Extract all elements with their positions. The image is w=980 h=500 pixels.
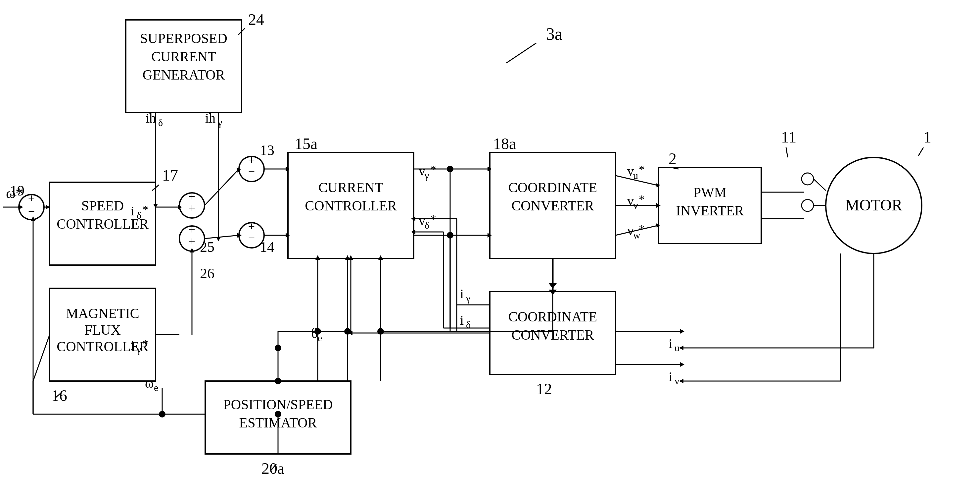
sc-label-1: SPEED [81, 198, 124, 213]
scg-label-2: CURRENT [151, 49, 216, 64]
svg-text:−: − [248, 231, 255, 244]
svg-text:+: + [189, 235, 195, 248]
v-v-star-label: v [627, 193, 634, 208]
omega-star-label: ω* [6, 185, 23, 201]
mfc-label-1: MAGNETIC [66, 306, 139, 321]
number-14: 14 [260, 239, 274, 255]
i-delta-star-subscript: δ [137, 210, 141, 220]
i-gamma-subscript: γ [466, 292, 470, 304]
number-17: 17 [162, 166, 178, 184]
i-u-label: i [668, 336, 672, 351]
motor-label: MOTOR [845, 196, 902, 214]
pwm-label-1: PWM [694, 185, 727, 200]
dot-cc-pse-1 [314, 328, 321, 335]
dot-pse-omegae [275, 411, 281, 417]
ih-delta-label: ih [146, 111, 156, 126]
sc-label-2: CONTROLLER [57, 216, 149, 232]
svg-text:+: + [189, 223, 195, 236]
cct-label-1: COORDINATE [508, 180, 597, 195]
scg-label-1: SUPERPOSED [140, 31, 228, 46]
number-16: 16 [51, 387, 67, 404]
v-u-star-label: v [627, 164, 634, 179]
mfc-label-3: CONTROLLER [57, 339, 149, 354]
cc-label-1: CURRENT [318, 180, 383, 195]
omega-e-label: ω [145, 376, 154, 391]
dot-theta-2 [275, 378, 281, 384]
motor-conn-top [802, 173, 813, 185]
reference-3a: 3a [546, 24, 562, 43]
svg-text:+: + [189, 190, 195, 203]
scg-label-3: GENERATOR [143, 67, 225, 83]
dot-cc-pse-3 [377, 328, 384, 335]
svg-text:*: * [142, 337, 148, 351]
svg-text:*: * [142, 203, 148, 216]
i-gamma-label: i [460, 286, 464, 301]
i-gamma-star-label: i [131, 338, 134, 353]
svg-line-6 [673, 168, 678, 169]
v-gamma-star-label: v [419, 164, 425, 179]
number-1: 1 [923, 128, 931, 146]
svg-text:*: * [430, 163, 436, 176]
i-delta-label: i [460, 313, 464, 328]
svg-text:+: + [248, 153, 255, 167]
cc-label-2: CONTROLLER [305, 198, 397, 213]
cct-label-2: CONVERTER [511, 198, 594, 213]
i-v-label: i [668, 369, 672, 384]
number-12: 12 [536, 380, 552, 398]
v-u-star-subscript: u [633, 170, 638, 181]
omega-e-subscript: e [154, 382, 158, 393]
number-15a: 15a [294, 135, 317, 152]
i-u-subscript: u [675, 342, 679, 353]
i-gamma-star-subscript: γ [136, 344, 141, 355]
ih-delta-subscript: δ [158, 117, 163, 128]
number-26: 26 [200, 265, 215, 282]
pse-label-1: POSITION/SPEED [223, 397, 332, 412]
dot-theta [275, 345, 281, 351]
number-18a: 18a [493, 135, 516, 152]
ih-gamma-label: ih [205, 111, 215, 126]
motor-conn-mid [802, 200, 813, 211]
i-delta-star-label: i [131, 203, 134, 218]
i-v-subscript: v [675, 375, 679, 387]
number-13: 13 [260, 142, 274, 158]
v-gamma-star-subscript: γ [424, 170, 429, 181]
v-delta-star-subscript: δ [425, 220, 429, 231]
number-24: 24 [248, 11, 264, 28]
svg-text:*: * [430, 213, 436, 226]
svg-text:+: + [28, 192, 35, 205]
svg-text:*: * [639, 193, 645, 206]
number-11: 11 [781, 128, 796, 146]
pwm-label-2: INVERTER [676, 203, 744, 218]
svg-text:+: + [189, 201, 195, 215]
svg-text:−: − [248, 165, 255, 178]
mfc-label-2: FLUX [84, 323, 121, 338]
svg-text:*: * [639, 163, 645, 176]
svg-text:−: − [28, 205, 35, 218]
number-2: 2 [668, 150, 676, 167]
svg-text:+: + [248, 220, 255, 233]
v-delta-star-label: v [419, 213, 425, 228]
